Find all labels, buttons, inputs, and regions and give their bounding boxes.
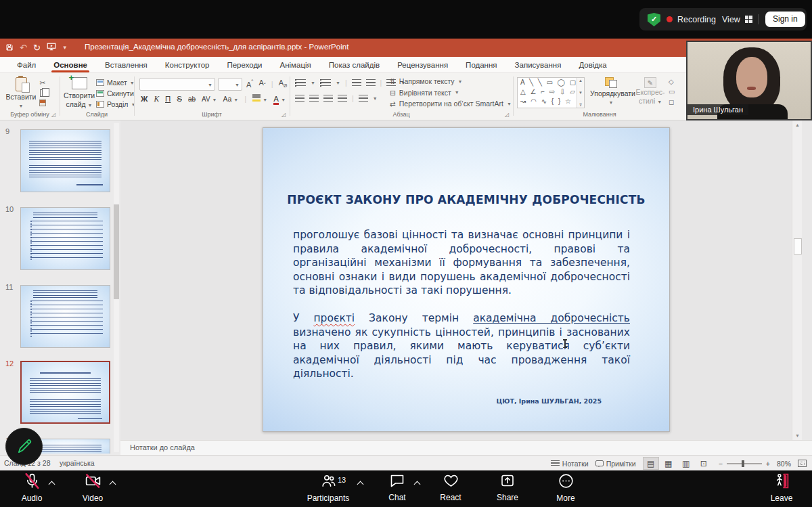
- view-button[interactable]: View: [722, 8, 752, 30]
- italic-button[interactable]: К: [154, 95, 159, 103]
- align-right-icon[interactable]: [323, 95, 333, 102]
- start-presentation-icon[interactable]: [47, 42, 56, 54]
- fit-slide-to-window-icon[interactable]: [798, 460, 807, 467]
- zoom-in-button[interactable]: +: [766, 460, 770, 468]
- grow-font-button[interactable]: Aˆ: [246, 79, 253, 89]
- shape-effects-icon[interactable]: ◻: [669, 98, 675, 106]
- tab-view[interactable]: Подання: [457, 57, 505, 72]
- slide-sorter-view-button[interactable]: ▦: [660, 457, 677, 470]
- participant-video-tile[interactable]: Ірина Шульган: [686, 41, 812, 120]
- shape-fill-icon[interactable]: ◇: [669, 78, 675, 85]
- audio-button[interactable]: Audio: [1, 472, 62, 503]
- slide-body-text[interactable]: проголошує базові цінності та визначає о…: [293, 228, 630, 381]
- underline-button[interactable]: П: [165, 95, 171, 103]
- text-direction-button[interactable]: ⇅Напрямок тексту▼: [390, 77, 512, 85]
- subscript-strike-button[interactable]: ab: [188, 95, 196, 103]
- slide-title[interactable]: ПРОЄКТ ЗАКОНУ ПРО АКАДЕМІЧНУ ДОБРОЧЕСНІС…: [284, 193, 649, 206]
- slide-12-canvas[interactable]: ПРОЄКТ ЗАКОНУ ПРО АКАДЕМІЧНУ ДОБРОЧЕСНІС…: [263, 127, 670, 432]
- react-button[interactable]: React: [420, 472, 481, 502]
- undo-icon[interactable]: ↶: [20, 43, 27, 53]
- bold-button[interactable]: Ж: [141, 95, 148, 103]
- participants-button[interactable]: Participants: [298, 472, 359, 503]
- shape-outline-icon[interactable]: ▭: [669, 88, 675, 95]
- normal-view-button[interactable]: ▤: [643, 457, 659, 470]
- shapes-gallery[interactable]: A ╲ ╲ ▭ ◯ ▢ △ ∠ ⌐ ⇨ ⇩ ▱ ↝ ◠ ∿ { } ☆ ▲▼⊽: [517, 77, 585, 108]
- slide-paragraph-2[interactable]: У проєкті Закону термін академічна добро…: [293, 311, 630, 381]
- leave-button[interactable]: Leave: [751, 472, 812, 503]
- tab-transitions[interactable]: Переходи: [218, 57, 271, 72]
- notes-bar[interactable]: Нотатки до слайда: [120, 440, 812, 455]
- tab-file[interactable]: Файл: [8, 57, 45, 72]
- scrollbar-thumb[interactable]: [794, 238, 802, 255]
- clear-formatting-button[interactable]: A⌀: [279, 79, 288, 89]
- columns-icon[interactable]: [359, 95, 368, 102]
- copy-icon[interactable]: [40, 89, 46, 97]
- font-color-button[interactable]: А ▼: [273, 95, 286, 104]
- zoom-level[interactable]: 80%: [777, 460, 791, 468]
- zoom-out-button[interactable]: −: [719, 460, 723, 468]
- more-button[interactable]: More: [535, 472, 596, 503]
- align-center-icon[interactable]: [309, 95, 319, 102]
- share-button[interactable]: Share: [477, 472, 538, 502]
- section-button[interactable]: Розділ▼: [96, 100, 135, 108]
- save-icon[interactable]: [5, 42, 14, 54]
- arrange-button[interactable]: Упорядкувати ▼: [590, 77, 632, 106]
- thumbnail-panel-scrollbar[interactable]: [114, 123, 119, 452]
- align-text-button[interactable]: ⊟Вирівняти текст▼: [390, 89, 512, 97]
- character-spacing-button[interactable]: AV ▼: [202, 95, 217, 103]
- participants-caret-icon[interactable]: [357, 480, 364, 487]
- tab-review[interactable]: Рецензування: [388, 57, 457, 72]
- shrink-font-button[interactable]: Aˇ: [258, 79, 265, 89]
- decrease-indent-icon[interactable]: [352, 79, 361, 87]
- sign-in-button[interactable]: Sign in: [765, 12, 805, 27]
- shapes-row-3[interactable]: ↝ ◠ ∿ { } ☆: [518, 97, 584, 106]
- paste-button[interactable]: Вставити ▼: [5, 77, 37, 109]
- increase-indent-icon[interactable]: [366, 79, 376, 87]
- redo-icon[interactable]: ↻: [33, 43, 41, 53]
- cut-icon[interactable]: ✂: [40, 79, 46, 87]
- tab-home[interactable]: Основне: [45, 57, 96, 72]
- audio-options-caret-icon[interactable]: [49, 480, 55, 487]
- smartart-button[interactable]: ⇄Перетворити на об’єкт SmartArt▼: [390, 100, 512, 108]
- tab-help[interactable]: Довідка: [570, 57, 615, 72]
- layout-button[interactable]: Макет▼: [96, 79, 135, 87]
- numbering-icon[interactable]: [320, 79, 331, 87]
- zoom-slider[interactable]: [727, 463, 762, 464]
- tab-animations[interactable]: Анімація: [271, 57, 320, 72]
- reset-button[interactable]: Скинути: [96, 89, 135, 97]
- slide-attribution[interactable]: ЦЮТ, Ірина ШУЛЬГАН, 2025: [496, 397, 602, 405]
- quick-styles-button[interactable]: ✎ Експрес- стилі ▼: [635, 77, 666, 106]
- notes-toggle[interactable]: Нотатки: [551, 460, 589, 468]
- format-painter-icon[interactable]: [39, 100, 46, 106]
- font-size-select[interactable]: ▼: [218, 78, 242, 91]
- slide-thumbnail-11[interactable]: [20, 285, 110, 348]
- paragraph-dialog-launcher-icon[interactable]: ◿: [505, 112, 509, 118]
- justify-icon[interactable]: [338, 95, 347, 102]
- scroll-up-icon[interactable]: ▲: [792, 123, 803, 127]
- recording-indicator[interactable]: Recording: [667, 8, 716, 30]
- tab-slideshow[interactable]: Показ слайдів: [320, 57, 388, 72]
- zoom-slider-thumb[interactable]: [742, 460, 744, 467]
- shapes-row-2[interactable]: △ ∠ ⌐ ⇨ ⇩ ▱: [518, 87, 584, 97]
- language-indicator[interactable]: українська: [60, 459, 95, 467]
- slideshow-view-button[interactable]: ⊡: [696, 457, 712, 470]
- text-highlight-button[interactable]: ▼: [252, 94, 267, 103]
- slide-paragraph-1[interactable]: проголошує базові цінності та визначає о…: [293, 228, 630, 298]
- font-name-select[interactable]: ▼: [139, 78, 215, 91]
- vertical-scrollbar[interactable]: ▲ ▼: [792, 120, 802, 440]
- customize-qat-caret-icon[interactable]: ▼: [62, 45, 68, 51]
- scroll-down-icon[interactable]: ▼: [792, 433, 803, 438]
- security-shield-icon[interactable]: ✓: [648, 13, 660, 26]
- reading-view-button[interactable]: ▥: [678, 457, 694, 470]
- bullets-icon[interactable]: [295, 79, 306, 87]
- strikethrough-button[interactable]: S: [177, 95, 182, 103]
- new-slide-button[interactable]: Створити слайд ▼: [64, 77, 95, 109]
- slide-thumbnail-12-selected[interactable]: [20, 361, 110, 424]
- tab-record[interactable]: Записування: [506, 57, 570, 72]
- shapes-gallery-scroll[interactable]: ▲▼⊽: [577, 78, 584, 108]
- chat-button[interactable]: Chat: [367, 472, 428, 502]
- comments-toggle[interactable]: Примітки: [595, 460, 636, 468]
- slide-thumbnail-10[interactable]: [20, 207, 110, 270]
- shapes-row-1[interactable]: A ╲ ╲ ▭ ◯ ▢: [518, 78, 584, 87]
- video-button[interactable]: Video: [62, 472, 123, 503]
